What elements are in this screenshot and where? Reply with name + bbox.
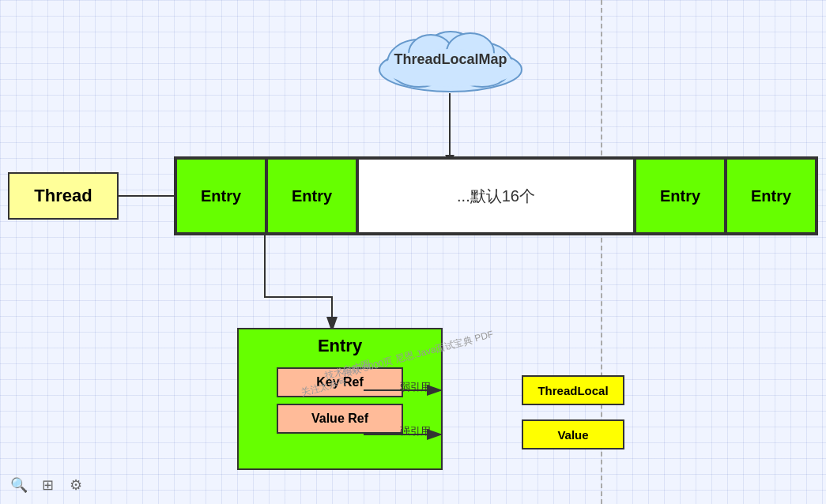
entry-label-1: Entry: [201, 187, 241, 205]
value-box: Value: [522, 419, 624, 449]
arrow-keyref-svg: [364, 375, 522, 407]
thread-local-box: ThreadLocal: [522, 375, 624, 405]
entry-cell-2: Entry: [266, 158, 357, 234]
default-count-cell: ...默认16个: [357, 158, 635, 234]
bottom-toolbar: 🔍 ⊞ ⚙: [8, 474, 87, 496]
thread-box: Thread: [8, 172, 119, 220]
entry-cell-1: Entry: [175, 158, 266, 234]
thread-local-map-cloud: ThreadLocalMap: [364, 24, 537, 95]
thread-label: Thread: [34, 186, 92, 206]
settings-icon[interactable]: ⚙: [65, 474, 87, 496]
entry-cell-3: Entry: [635, 158, 726, 234]
grid-icon[interactable]: ⊞: [36, 474, 58, 496]
arrow-valueref-svg: [364, 419, 522, 451]
cloud-label: ThreadLocalMap: [394, 51, 507, 68]
zoom-icon[interactable]: 🔍: [8, 474, 30, 496]
value-ref-label: Value Ref: [311, 412, 368, 426]
arrow-thread-to-row: [119, 195, 175, 197]
thread-local-label: ThreadLocal: [537, 384, 608, 397]
strong-ref-label: 强引用: [400, 424, 431, 438]
entry-label-2: Entry: [292, 187, 332, 205]
weak-ref-label: 弱引用: [400, 380, 431, 394]
entry-label-4: Entry: [751, 187, 791, 205]
entry-label-3: Entry: [660, 187, 700, 205]
key-ref-label: Key Ref: [316, 375, 364, 389]
entry-cell-4: Entry: [726, 158, 817, 234]
default-label: ...默认16个: [457, 186, 535, 207]
entry-big-title: Entry: [239, 329, 441, 361]
main-entry-row: Entry Entry ...默认16个 Entry Entry: [174, 156, 818, 235]
arrow-cloud-to-row: [449, 93, 451, 156]
arrow-entry-down-svg: [253, 234, 348, 337]
value-label: Value: [557, 428, 588, 442]
